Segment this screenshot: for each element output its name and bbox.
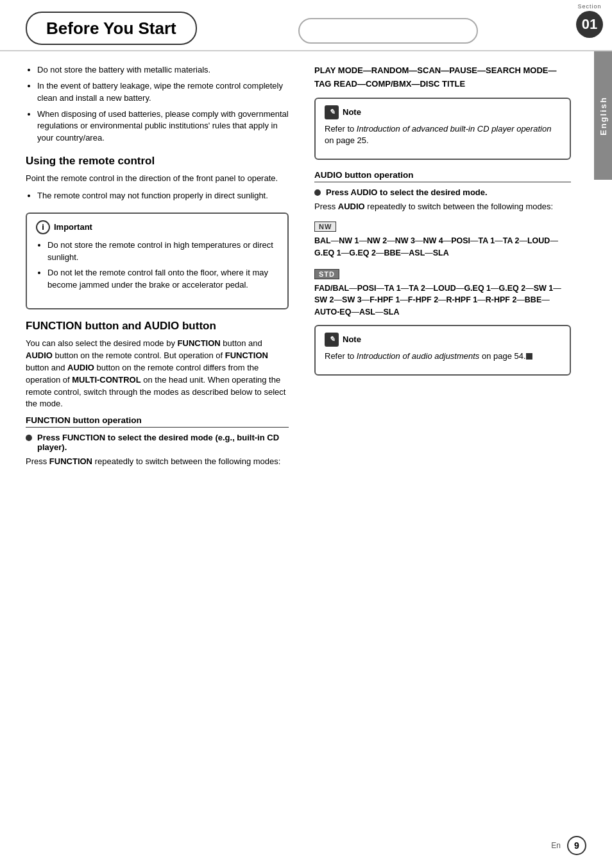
main-content: Do not store the battery with metallic m… bbox=[0, 51, 612, 492]
footer: En 9 bbox=[551, 836, 586, 855]
battery-bullet-list: Do not store the battery with metallic m… bbox=[26, 64, 289, 144]
audio-label-bold: AUDIO bbox=[144, 320, 179, 332]
left-column: Do not store the battery with metallic m… bbox=[0, 58, 302, 480]
remote-bullet-list: The remote control may not function prop… bbox=[26, 190, 289, 202]
bullet-dot bbox=[26, 435, 32, 441]
function-repeat-text: Press FUNCTION repeatedly to switch betw… bbox=[26, 456, 289, 468]
important-icon: i bbox=[36, 220, 50, 234]
header-middle bbox=[210, 12, 567, 50]
page-number: 9 bbox=[567, 836, 586, 855]
note-header-2: ✎ Note bbox=[325, 333, 561, 347]
note-text-1: Refer to Introduction of advanced built-… bbox=[325, 123, 561, 148]
function-audio-body: You can also select the desired mode by … bbox=[26, 338, 289, 410]
note-title-2: Note bbox=[343, 334, 361, 344]
stop-icon bbox=[526, 353, 532, 360]
std-sequence: FAD/BAL—POSI—TA 1—TA 2—LOUD—G.EQ 1—G.EQ … bbox=[314, 282, 571, 318]
section-label: Section bbox=[577, 3, 601, 10]
remote-control-heading: Using the remote control bbox=[26, 155, 289, 168]
page: Before You Start Section 01 English Do n… bbox=[0, 0, 612, 868]
note-header-1: ✎ Note bbox=[325, 105, 561, 119]
std-badge: STD bbox=[314, 269, 339, 279]
press-audio-text: Press AUDIO to select the desired mode. bbox=[326, 187, 488, 197]
language-sidebar: English bbox=[594, 51, 612, 180]
audio-button-op-heading: AUDIO button operation bbox=[314, 170, 571, 182]
note-box-1: ✎ Note Refer to Introduction of advanced… bbox=[314, 98, 571, 161]
list-item: Do not store the remote control in high … bbox=[47, 239, 278, 264]
footer-en-label: En bbox=[551, 841, 561, 850]
header: Before You Start Section 01 bbox=[0, 0, 612, 51]
nw-badge: NW bbox=[314, 221, 336, 232]
heading-end: button bbox=[179, 320, 216, 332]
audio-repeat-text: Press AUDIO repeatedly to switch between… bbox=[314, 201, 571, 213]
remote-intro: Point the remote control in the directio… bbox=[26, 173, 289, 185]
press-function-text: Press FUNCTION to select the desired mod… bbox=[37, 433, 289, 452]
section-number: 01 bbox=[576, 11, 603, 38]
important-title: Important bbox=[54, 222, 92, 232]
important-box: i Important Do not store the remote cont… bbox=[26, 213, 289, 309]
page-title: Before You Start bbox=[46, 19, 176, 39]
note-text-2: Refer to Introduction of audio adjustmen… bbox=[325, 351, 561, 363]
note-box-2: ✎ Note Refer to Introduction of audio ad… bbox=[314, 325, 571, 376]
list-item: When disposing of used batteries, please… bbox=[37, 108, 289, 145]
header-oval bbox=[298, 18, 478, 44]
nw-sequence: BAL—NW 1—NW 2—NW 3—NW 4—POSI—TA 1—TA 2—L… bbox=[314, 235, 571, 259]
function-audio-heading: FUNCTION button and AUDIO button bbox=[26, 320, 289, 333]
list-item: Do not let the remote control fall onto … bbox=[47, 267, 278, 291]
play-mode-sequence: PLAY MODE—RANDOM—SCAN—PAUSE—SEARCH MODE—… bbox=[314, 64, 571, 91]
important-bullet-list: Do not store the remote control in high … bbox=[36, 239, 278, 291]
heading-middle: button and bbox=[82, 320, 144, 332]
section-box: Section 01 bbox=[567, 0, 612, 50]
important-header: i Important bbox=[36, 220, 278, 234]
list-item: The remote control may not function prop… bbox=[37, 190, 289, 202]
list-item: Do not store the battery with metallic m… bbox=[37, 64, 289, 76]
right-column: PLAY MODE—RANDOM—SCAN—PAUSE—SEARCH MODE—… bbox=[302, 58, 603, 480]
note-icon-1: ✎ bbox=[325, 105, 339, 119]
function-label-bold: FUNCTION bbox=[26, 320, 82, 332]
note-title-1: Note bbox=[343, 107, 361, 117]
title-box: Before You Start bbox=[26, 12, 197, 45]
nw-badge-container: NW bbox=[314, 218, 571, 235]
function-button-op-heading: FUNCTION button operation bbox=[26, 415, 289, 428]
language-label: English bbox=[599, 96, 608, 135]
std-badge-container: STD bbox=[314, 266, 571, 282]
note-icon-2: ✎ bbox=[325, 333, 339, 347]
list-item: In the event of battery leakage, wipe th… bbox=[37, 80, 289, 105]
press-function-bullet: Press FUNCTION to select the desired mod… bbox=[26, 433, 289, 452]
bullet-dot-audio bbox=[314, 189, 321, 196]
press-audio-bullet: Press AUDIO to select the desired mode. bbox=[314, 187, 571, 197]
